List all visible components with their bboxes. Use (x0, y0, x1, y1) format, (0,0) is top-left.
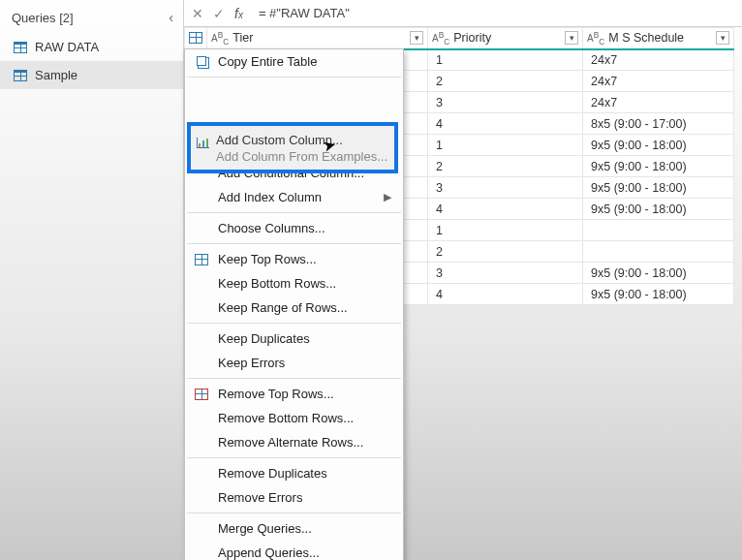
column-label: M S Schedule (608, 31, 684, 45)
highlighted-menu-item[interactable]: Add Custom Column... ➤ Add Column From E… (187, 122, 398, 173)
queries-title: Queries [2] (12, 11, 74, 25)
separator (187, 378, 401, 379)
text-type-icon: ABC (432, 30, 449, 47)
ctx-add-custom-column[interactable]: Add Custom Column... (216, 133, 343, 147)
select-all-corner[interactable] (185, 28, 207, 49)
text-type-icon: ABC (211, 30, 229, 47)
chart-icon (197, 138, 209, 148)
ctx-merge-queries[interactable]: Merge Queries... (185, 516, 403, 541)
filter-dropdown-icon[interactable]: ▾ (410, 31, 423, 45)
table-icon (14, 42, 27, 53)
ctx-choose-columns[interactable]: Choose Columns... (185, 216, 403, 240)
column-label: Priority (453, 31, 491, 45)
grid-icon (189, 32, 202, 44)
ctx-add-column-from-examples[interactable]: Add Column From Examples... (216, 149, 387, 164)
ctx-keep-errors[interactable]: Keep Errors (185, 351, 403, 375)
column-header-schedule[interactable]: ABC M S Schedule ▾ (583, 28, 734, 49)
ctx-add-index-column[interactable]: Add Index Column ▶ (185, 185, 403, 209)
submenu-arrow-icon: ▶ (384, 191, 391, 203)
ctx-remove-duplicates[interactable]: Remove Duplicates (185, 461, 403, 485)
column-header-priority[interactable]: ABC Priority ▾ (428, 28, 583, 49)
filter-dropdown-icon[interactable]: ▾ (716, 31, 729, 45)
query-item-raw-data[interactable]: RAW DATA (0, 33, 183, 61)
query-label: Sample (35, 68, 77, 82)
separator (187, 323, 401, 324)
table-icon (14, 70, 27, 81)
separator (187, 513, 401, 513)
column-label: Tier (232, 31, 253, 45)
queries-header: Queries [2] ‹ (0, 6, 183, 33)
formula-bar: ✕ ✓ fx = #"RAW DATA" (184, 0, 742, 27)
ctx-keep-duplicates[interactable]: Keep Duplicates (185, 327, 403, 351)
formula-text[interactable]: = #"RAW DATA" (259, 6, 350, 20)
separator (187, 243, 401, 244)
separator (187, 212, 401, 213)
data-grid: ABC Tier ▾ ABC Priority ▾ (184, 27, 742, 560)
text-type-icon: ABC (587, 30, 604, 47)
column-header-tier[interactable]: ABC Tier ▾ (207, 28, 428, 49)
collapse-icon[interactable]: ‹ (169, 10, 173, 25)
rows-icon (195, 254, 208, 265)
cancel-formula-icon[interactable]: ✕ (192, 6, 203, 21)
fx-icon[interactable]: fx (234, 6, 243, 21)
queries-panel: Queries [2] ‹ RAW DATA Sample (0, 0, 184, 560)
ctx-remove-bottom-rows[interactable]: Remove Bottom Rows... (185, 406, 403, 430)
ctx-keep-range-rows[interactable]: Keep Range of Rows... (185, 296, 403, 320)
copy-icon (197, 56, 206, 66)
query-item-sample[interactable]: Sample (0, 61, 183, 89)
ctx-keep-top-rows[interactable]: Keep Top Rows... (185, 247, 403, 271)
filter-dropdown-icon[interactable]: ▾ (565, 31, 578, 45)
ctx-remove-top-rows[interactable]: Remove Top Rows... (185, 382, 403, 406)
rows-icon (195, 389, 208, 400)
accept-formula-icon[interactable]: ✓ (213, 6, 225, 21)
ctx-remove-alternate-rows[interactable]: Remove Alternate Rows... (185, 430, 403, 454)
ctx-remove-errors[interactable]: Remove Errors (185, 485, 403, 510)
query-label: RAW DATA (35, 40, 99, 54)
ctx-copy-table[interactable]: Copy Entire Table (185, 49, 403, 74)
separator (187, 457, 401, 458)
separator (187, 77, 401, 78)
main-area: ✕ ✓ fx = #"RAW DATA" ABC Tier (184, 0, 742, 560)
ctx-append-queries[interactable]: Append Queries... (185, 541, 403, 560)
ctx-keep-bottom-rows[interactable]: Keep Bottom Rows... (185, 271, 403, 296)
